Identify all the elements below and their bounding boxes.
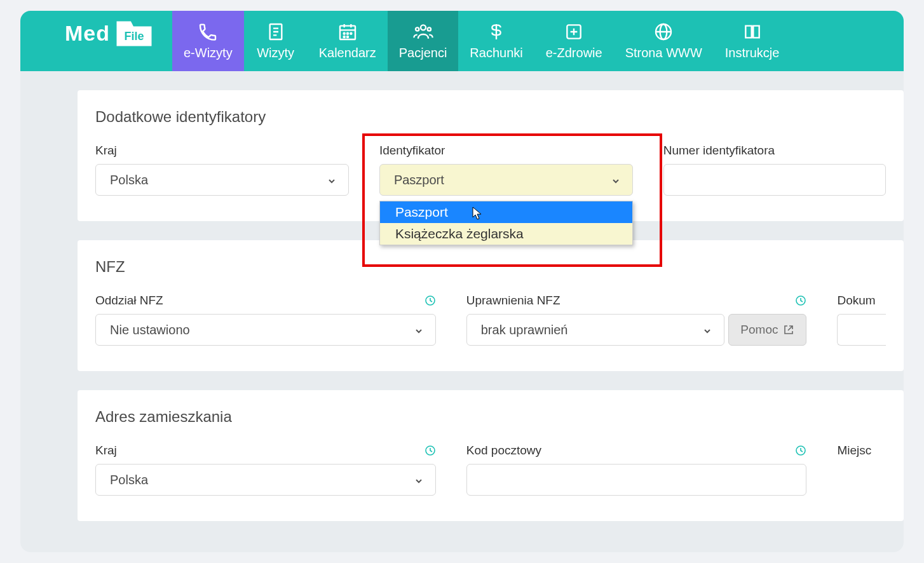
chevron-down-icon: [414, 325, 424, 335]
pomoc-button[interactable]: Pomoc: [728, 314, 806, 346]
nav-rachunki[interactable]: Rachunki: [458, 11, 534, 71]
nav-strona-www[interactable]: Strona WWW: [614, 11, 714, 71]
nav-label: Instrukcje: [725, 46, 780, 60]
nav-pacjenci[interactable]: Pacjenci: [388, 11, 459, 71]
clock-icon[interactable]: [425, 445, 436, 456]
svg-point-9: [343, 33, 344, 34]
section-title: Adres zamieszkania: [95, 408, 886, 426]
adres-kraj-value: Polska: [110, 473, 148, 487]
svg-point-15: [416, 27, 419, 31]
dokum-label: Dokum: [837, 294, 875, 308]
nav-label: Strona WWW: [625, 46, 702, 60]
adres-kraj-label: Kraj: [95, 444, 117, 458]
uprawnienia-value: brak uprawnień: [481, 323, 568, 337]
chevron-down-icon: [327, 175, 337, 185]
oddzial-label: Oddział NFZ: [95, 294, 163, 308]
svg-text:File: File: [124, 30, 144, 43]
dokum-select[interactable]: [837, 314, 886, 346]
nav-e-wizyty[interactable]: e-Wizyty: [172, 11, 244, 71]
logo[interactable]: Med File: [20, 11, 172, 71]
svg-point-11: [350, 33, 351, 34]
nav-instrukcje[interactable]: Instrukcje: [714, 11, 791, 71]
miejsc-label: Miejsc: [837, 444, 871, 458]
pomoc-label: Pomoc: [740, 323, 778, 337]
dropdown-option-paszport[interactable]: Paszport: [380, 201, 632, 223]
folder-icon: File: [115, 17, 153, 49]
oddzial-select[interactable]: Nie ustawiono: [95, 314, 436, 346]
people-icon: [413, 22, 433, 42]
adres-kraj-select[interactable]: Polska: [95, 464, 436, 496]
nav-label: Wizyty: [257, 46, 294, 60]
identyfikator-value: Paszport: [394, 173, 444, 187]
kod-label: Kod pocztowy: [466, 444, 541, 458]
svg-point-12: [343, 36, 344, 37]
clock-icon[interactable]: [425, 295, 436, 306]
section-dodatkowe-identyfikatory: Dodatkowe identyfikatory Kraj Polska: [78, 90, 904, 221]
nav-label: e-Wizyty: [184, 46, 233, 60]
nav-label: Pacjenci: [399, 46, 447, 60]
nav-label: e-Zdrowie: [546, 46, 602, 60]
numer-label: Numer identyfikatora: [663, 144, 775, 158]
chevron-down-icon: [414, 475, 424, 485]
clock-icon[interactable]: [795, 295, 806, 306]
kraj-value: Polska: [110, 173, 148, 187]
svg-point-14: [421, 25, 426, 30]
numer-input[interactable]: [663, 164, 886, 196]
identyfikator-select[interactable]: Paszport: [379, 164, 633, 196]
book-icon: [742, 22, 763, 42]
kraj-select[interactable]: Polska: [95, 164, 349, 196]
clipboard-icon: [266, 22, 286, 42]
top-navigation: Med File e-Wizyty Wizyty: [20, 11, 904, 71]
svg-point-16: [427, 27, 430, 31]
section-nfz: NFZ Oddział NFZ Nie ustawiono: [78, 240, 904, 371]
nav-wizyty[interactable]: Wizyty: [244, 11, 308, 71]
section-adres: Adres zamieszkania Kraj Polska: [78, 390, 904, 521]
section-title: Dodatkowe identyfikatory: [95, 108, 886, 126]
uprawnienia-label: Uprawnienia NFZ: [466, 294, 561, 308]
logo-text-med: Med: [65, 21, 110, 46]
kod-input[interactable]: [466, 464, 807, 496]
chevron-down-icon: [702, 325, 712, 335]
nav-e-zdrowie[interactable]: e-Zdrowie: [534, 11, 614, 71]
clock-icon[interactable]: [795, 445, 806, 456]
globe-icon: [653, 22, 674, 42]
kraj-label: Kraj: [95, 144, 117, 158]
nav-label: Kalendarz: [319, 46, 376, 60]
external-link-icon: [783, 324, 794, 336]
section-title: NFZ: [95, 258, 886, 276]
plus-square-icon: [564, 22, 584, 42]
oddzial-value: Nie ustawiono: [110, 323, 190, 337]
chevron-down-icon: [611, 175, 621, 185]
nav-label: Rachunki: [470, 46, 522, 60]
uprawnienia-select[interactable]: brak uprawnień: [466, 314, 725, 346]
svg-point-10: [347, 33, 348, 34]
nav-kalendarz[interactable]: Kalendarz: [308, 11, 388, 71]
dollar-icon: [486, 22, 506, 42]
dropdown-option-ksiazeczka[interactable]: Książeczka żeglarska: [380, 223, 632, 245]
phone-icon: [198, 22, 218, 42]
identyfikator-label: Identyfikator: [379, 144, 445, 158]
identyfikator-dropdown: Paszport Książeczka żeglarska: [379, 201, 633, 245]
calendar-icon: [337, 22, 358, 42]
svg-point-13: [347, 36, 348, 37]
